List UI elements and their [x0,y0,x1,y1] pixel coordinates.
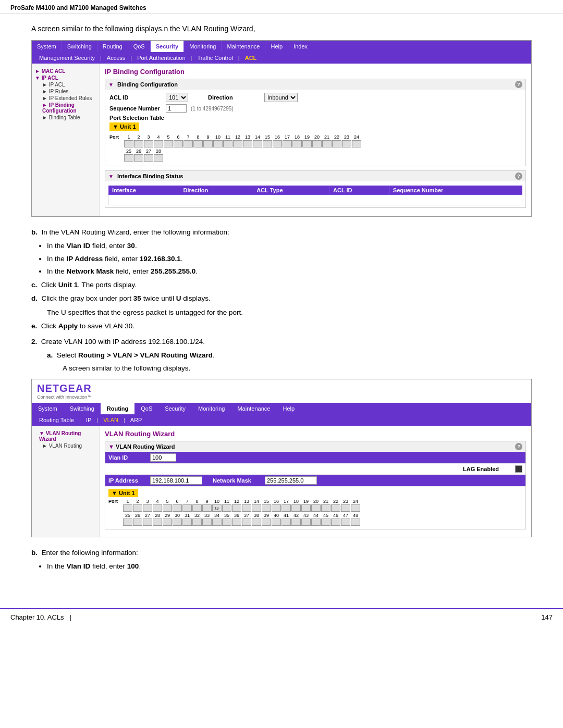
port-28[interactable] [154,154,163,162]
nav2-help[interactable]: Help [276,403,301,414]
wport-2[interactable] [133,504,142,512]
nav2-maintenance[interactable]: Maintenance [231,403,276,414]
binding-config-info-icon[interactable]: ? [515,81,522,88]
direction-select[interactable]: Inbound [264,93,298,102]
wport-42[interactable] [291,519,301,526]
port-2[interactable] [134,140,143,147]
wport-27[interactable] [143,519,152,526]
wport-10[interactable]: U [212,504,222,512]
port-7[interactable] [183,140,193,147]
nav-security[interactable]: Security [151,41,184,52]
nav2-switching[interactable]: Switching [64,403,101,414]
wport-21[interactable] [321,504,331,512]
port-24[interactable] [352,140,361,147]
nav-index[interactable]: Index [288,41,313,52]
sidebar2-vlan-wizard[interactable]: ▼ VLAN Routing Wizard [35,430,96,442]
wport-14[interactable] [252,504,261,512]
subnav-traffic-control[interactable]: Traffic Control [194,54,236,62]
port-26[interactable] [134,154,143,162]
wport-48[interactable] [351,519,360,526]
nav2-security[interactable]: Security [158,403,192,414]
subnav2-vlan[interactable]: VLAN [100,416,121,424]
wport-43[interactable] [301,519,311,526]
nav2-qos[interactable]: QoS [134,403,158,414]
port-21[interactable] [322,140,332,147]
sidebar-binding-table[interactable]: ► Binding Table [35,114,96,121]
wizard-vlan-id-input[interactable] [150,453,176,462]
wport-35[interactable] [222,519,231,526]
wizard-lag-checkbox[interactable] [515,465,522,473]
seq-num-input[interactable] [166,104,187,113]
nav-switching[interactable]: Switching [62,41,97,52]
port-4[interactable] [154,140,163,147]
nav2-monitoring[interactable]: Monitoring [192,403,231,414]
nav2-system[interactable]: System [32,403,64,414]
port-17[interactable] [283,140,292,147]
sidebar2-vlan-routing[interactable]: ► VLAN Routing [35,442,96,449]
wport-18[interactable] [291,504,301,512]
port-5[interactable] [164,140,173,147]
nav-routing[interactable]: Routing [97,41,128,52]
port-20[interactable] [312,140,322,147]
sidebar-ip-acl-group[interactable]: ▼ IP ACL [35,75,96,81]
wport-28[interactable] [153,519,162,526]
wport-47[interactable] [341,519,350,526]
sidebar-ip-ext-rules[interactable]: ► IP Extended Rules [35,95,96,102]
port-25[interactable] [124,154,133,162]
sidebar-mac-acl[interactable]: ► MAC ACL [35,68,96,75]
wport-8[interactable] [192,504,202,512]
wport-1[interactable] [123,504,132,512]
sidebar-ip-rules[interactable]: ► IP Rules [35,88,96,95]
nav-help[interactable]: Help [265,41,288,52]
wport-34[interactable] [212,519,222,526]
wport-29[interactable] [163,519,172,526]
port-10[interactable] [213,140,223,147]
port-16[interactable] [273,140,282,147]
port-1[interactable] [124,140,133,147]
port-13[interactable] [243,140,252,147]
port-3[interactable] [144,140,153,147]
subnav2-routing-table[interactable]: Routing Table [36,416,77,424]
wport-11[interactable] [222,504,231,512]
wport-20[interactable] [311,504,321,512]
wport-25[interactable] [123,519,132,526]
wport-16[interactable] [272,504,281,512]
sidebar-ip-acl[interactable]: ► IP ACL [35,81,96,88]
wport-15[interactable] [262,504,271,512]
port-22[interactable] [332,140,341,147]
nav2-routing[interactable]: Routing [101,403,135,414]
wizard-unit1-bar[interactable]: ▼ Unit 1 [108,489,138,497]
subnav-mgmt-security[interactable]: Management Security [36,54,98,62]
wizard-info-icon[interactable]: ? [515,443,522,450]
port-8[interactable] [193,140,203,147]
nav-qos[interactable]: QoS [128,41,151,52]
wport-5[interactable] [163,504,172,512]
wport-40[interactable] [272,519,281,526]
wport-39[interactable] [262,519,271,526]
wport-24[interactable] [351,504,360,512]
wport-30[interactable] [173,519,182,526]
wport-44[interactable] [311,519,321,526]
subnav-access[interactable]: Access [104,54,128,62]
wport-46[interactable] [331,519,340,526]
port-23[interactable] [342,140,351,147]
port-6[interactable] [174,140,183,147]
wizard-ip-input[interactable] [150,476,202,485]
wport-37[interactable] [242,519,251,526]
nav-maintenance[interactable]: Maintenance [222,41,265,52]
wport-26[interactable] [133,519,142,526]
wport-31[interactable] [182,519,192,526]
wport-45[interactable] [321,519,331,526]
port-9[interactable] [203,140,213,147]
wport-7[interactable] [182,504,192,512]
wport-33[interactable] [202,519,212,526]
port-14[interactable] [253,140,262,147]
wport-13[interactable] [242,504,251,512]
wizard-mask-input[interactable] [265,476,317,485]
wport-32[interactable] [192,519,202,526]
port-27[interactable] [144,154,153,162]
wport-38[interactable] [252,519,261,526]
interface-binding-info-icon[interactable]: ? [515,172,522,180]
nav-monitoring[interactable]: Monitoring [184,41,222,52]
port-18[interactable] [292,140,302,147]
